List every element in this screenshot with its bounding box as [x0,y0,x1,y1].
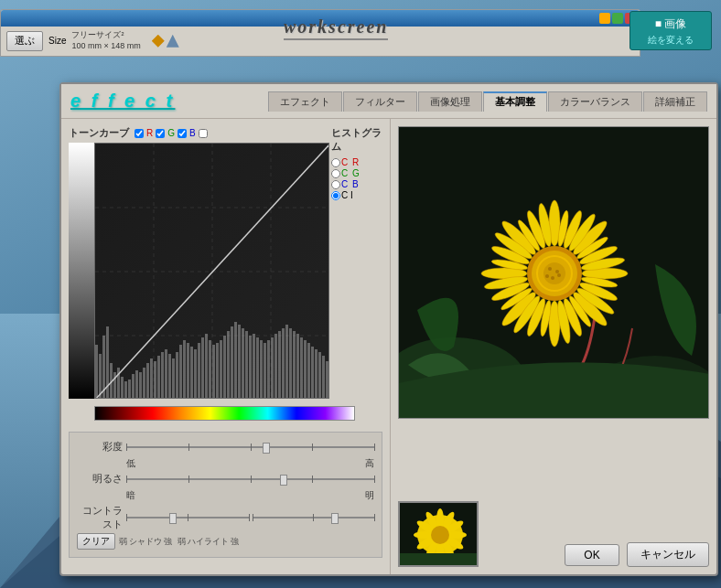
curve-gradient-bar [69,143,94,399]
contrast-highlight-thumb[interactable] [331,513,339,524]
htick-2 [374,514,375,521]
dialog-header: e f f e c t エフェクト フィルター 画像処理 基本調整 カラーバラン… [61,84,716,119]
channel-all-checkbox[interactable] [135,129,144,138]
brightness-thumb[interactable] [280,475,287,486]
svg-rect-35 [190,347,193,399]
htick-0 [253,514,253,521]
curve-canvas-container[interactable] [69,143,329,399]
contrast-shadow-track[interactable] [126,517,249,519]
tab-basic-adjust[interactable]: 基本調整 [483,91,547,112]
svg-rect-9 [95,345,98,399]
hist-cg-radio[interactable] [331,169,340,178]
hist-ch-ci: C I [331,190,360,200]
hist-ci-radio[interactable] [331,191,340,200]
action-buttons: OK キャンセル [565,542,709,567]
brightness-track[interactable] [126,478,374,480]
svg-rect-31 [176,352,178,399]
effect-dialog: e f f e c t エフェクト フィルター 画像処理 基本調整 カラーバラン… [59,82,718,576]
svg-rect-58 [274,334,277,399]
svg-rect-44 [223,336,226,399]
svg-rect-18 [128,380,131,399]
minimize-btn[interactable] [599,13,610,24]
svg-rect-52 [253,334,255,399]
svg-rect-67 [307,343,310,399]
low-label: 低 [126,457,135,470]
arrow-down-icon[interactable] [152,35,165,48]
svg-rect-34 [187,343,189,399]
svg-rect-21 [139,372,142,399]
svg-rect-25 [154,361,156,399]
btick-0 [126,476,127,483]
histogram-section: ヒストグラム C R C G [331,126,382,200]
workscreen-label: workscreen [284,16,388,40]
hist-ch-cg: C G [331,168,360,178]
dimensions-label: フリーサイズ²100 mm × 148 mm [71,30,140,51]
curve-area[interactable] [94,143,329,399]
histogram-channels: C R C G C B [331,157,360,200]
tab-effect[interactable]: エフェクト [268,91,342,112]
btick-2 [251,476,252,483]
svg-rect-40 [209,340,211,399]
svg-rect-57 [271,337,274,399]
size-label: Size [48,36,66,46]
svg-point-114 [543,262,565,284]
cancel-button[interactable]: キャンセル [627,542,709,567]
contrast-highlight-track[interactable] [253,517,375,519]
svg-point-118 [557,273,561,277]
curve-svg [95,144,329,399]
tab-color-balance[interactable]: カラーバランス [548,91,642,112]
svg-rect-68 [311,347,314,399]
svg-rect-39 [205,334,208,399]
channel-b-label: B [189,128,196,138]
color-bar [94,406,355,421]
weak1-label: 弱 [119,536,127,548]
contrast-row: コントラスト [77,504,374,531]
tab-bar: エフェクト フィルター 画像処理 基本調整 カラーバランス 詳細補正 [268,91,707,112]
svg-rect-69 [315,349,317,399]
svg-rect-53 [256,337,259,399]
svg-rect-27 [161,352,164,399]
channel-r-checkbox[interactable] [156,129,165,138]
contrast-shadow-thumb[interactable] [169,513,177,524]
thumbnail-svg [400,503,479,567]
svg-rect-10 [99,354,102,399]
svg-rect-65 [300,337,303,399]
hist-ch-cr: C R [331,157,360,167]
tab-image-proc[interactable]: 画像処理 [418,91,482,112]
desktop: 選ぶ Size フリーサイズ²100 mm × 148 mm workscree… [0,0,721,588]
svg-rect-64 [296,334,299,399]
hist-cr-radio[interactable] [331,158,340,167]
btick-1 [188,476,189,483]
saturation-thumb[interactable] [263,443,270,454]
ctick-1 [188,514,188,521]
tab-detail-correct[interactable]: 詳細補正 [643,91,707,112]
svg-rect-24 [150,358,153,399]
svg-rect-45 [227,331,230,399]
svg-rect-55 [264,343,266,399]
tick-3 [312,444,313,451]
saturation-track[interactable] [126,446,374,448]
svg-point-119 [545,274,549,278]
channel-g-checkbox[interactable] [178,129,187,138]
tab-filter[interactable]: フィルター [343,91,417,112]
channel-g-label: G [167,128,175,138]
clear-button[interactable]: クリア [77,533,115,550]
svg-rect-42 [216,343,219,399]
hist-cb-radio[interactable] [331,180,340,189]
svg-rect-23 [146,363,149,399]
maximize-btn[interactable] [612,13,623,24]
svg-point-117 [551,276,554,280]
svg-rect-36 [194,349,197,399]
svg-rect-54 [260,340,263,399]
svg-rect-66 [304,340,307,399]
select-tool-button[interactable]: 選ぶ [6,31,43,51]
svg-rect-22 [143,368,145,399]
flower-svg [399,127,709,419]
right-panel: OK キャンセル [391,119,716,574]
channel-b-checkbox[interactable] [199,129,208,138]
btick-4 [374,476,375,483]
svg-rect-71 [322,356,325,399]
ok-button[interactable]: OK [565,544,619,566]
svg-rect-19 [132,374,135,399]
thumbnail-buttons-row: OK キャンセル [398,426,709,567]
